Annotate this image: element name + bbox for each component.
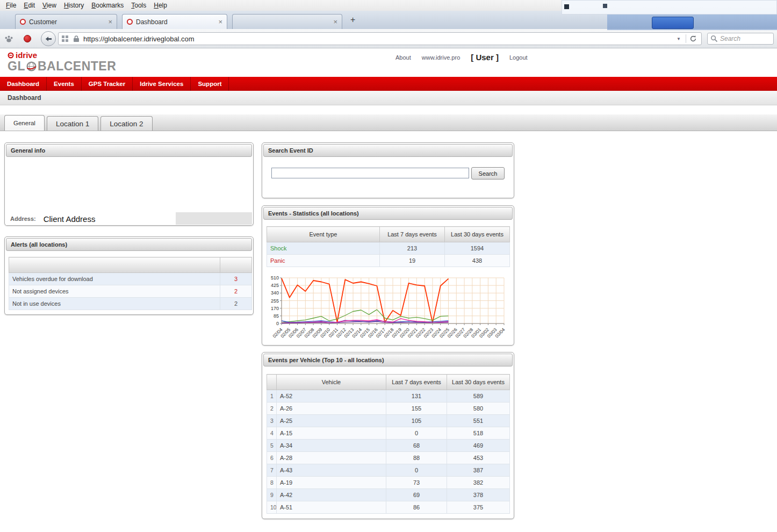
address-field[interactable]: [176, 212, 252, 225]
last30-cell: 375: [447, 501, 510, 514]
events-statistics-panel: Events - Statistics (all locations) Even…: [262, 205, 514, 346]
alerts-table: Vehicles overdue for download3Not assign…: [9, 257, 252, 310]
last7-cell: 0: [386, 464, 447, 477]
menu-help[interactable]: Help: [150, 1, 171, 10]
tabs-container: Customer×Dashboard××: [15, 14, 342, 29]
vehicles-header-rank: [267, 375, 277, 390]
page-tab-general[interactable]: General: [4, 115, 45, 131]
vehicles-header-last-7-days-events: Last 7 days events: [386, 375, 447, 390]
navigation-toolbar: https://globalcenter.idriveglobal.com ▼: [0, 29, 777, 48]
new-tab-button[interactable]: +: [350, 15, 355, 25]
stats-header-last-30-days-events: Last 30 days events: [445, 227, 510, 242]
paw-extension-icon[interactable]: [4, 34, 13, 45]
page-tab-location-2[interactable]: Location 2: [100, 116, 152, 131]
svg-text:340: 340: [271, 290, 279, 296]
search-event-title: Search Event ID: [263, 144, 513, 157]
stats-header-last-7-days-events: Last 7 days events: [380, 227, 445, 242]
page-tab-location-1[interactable]: Location 1: [47, 116, 98, 131]
alert-label-cell: Vehicles overdue for download: [9, 273, 220, 285]
alert-value-cell: 2: [220, 298, 252, 310]
rank-cell: 3: [267, 415, 277, 427]
tab-bar: Customer×Dashboard×× +: [0, 11, 777, 29]
last7-cell: 69: [386, 489, 447, 501]
site-favicon: [127, 19, 133, 25]
menu-bar: FileEditViewHistoryBookmarksToolsHelp: [0, 0, 777, 11]
last30-cell: 453: [447, 452, 510, 464]
stats-header-event-type: Event type: [267, 227, 380, 242]
site-identity-icon: [62, 35, 68, 42]
search-button[interactable]: Search: [471, 167, 505, 179]
alert-value-cell: 3: [220, 273, 252, 285]
lock-icon: [73, 35, 80, 42]
logo[interactable]: idrive GL BALCENTER: [8, 51, 116, 73]
search-icon: [710, 35, 718, 42]
vehicle-row: 1A-52131589: [267, 390, 510, 402]
menu-bookmarks[interactable]: Bookmarks: [88, 1, 127, 10]
logo-idrive: idrive: [8, 51, 116, 60]
nav-gps-tracker[interactable]: GPS Tracker: [82, 77, 133, 91]
general-info-title: General info: [6, 144, 252, 157]
vehicle-row: 5A-3468469: [267, 440, 510, 452]
header-link-about[interactable]: About: [395, 54, 411, 61]
menu-edit[interactable]: Edit: [20, 1, 39, 10]
last30-cell: 378: [447, 489, 510, 501]
events-per-vehicle-table: VehicleLast 7 days eventsLast 30 days ev…: [267, 374, 510, 514]
alerts-panel: Alerts (all locations) Vehicles overdue …: [4, 236, 254, 315]
globe-icon: [26, 61, 37, 72]
alert-label-cell: Not in use devices: [9, 298, 220, 310]
menu-file[interactable]: File: [2, 1, 20, 10]
vehicle-row: 8A-1973382: [267, 477, 510, 489]
tab-close-icon[interactable]: ×: [108, 18, 112, 25]
nav-idrive-services[interactable]: Idrive Services: [133, 77, 191, 91]
menu-view[interactable]: View: [39, 1, 60, 10]
search-event-panel: Search Event ID Search: [262, 142, 514, 198]
menu-history[interactable]: History: [60, 1, 88, 10]
svg-text:170: 170: [271, 306, 279, 311]
nav-dashboard[interactable]: Dashboard: [0, 77, 47, 91]
nav-support[interactable]: Support: [191, 77, 229, 91]
rank-cell: 2: [267, 402, 277, 415]
events-statistics-title: Events - Statistics (all locations): [263, 207, 513, 220]
alerts-header-value: [220, 257, 252, 273]
browser-tab-3[interactable]: ×: [232, 14, 342, 29]
rank-cell: 5: [267, 440, 277, 452]
rank-cell: 8: [267, 477, 277, 489]
header-link-logout[interactable]: Logout: [509, 54, 528, 61]
browser-tab-2[interactable]: Dashboard×: [122, 14, 227, 29]
tab-close-icon[interactable]: ×: [218, 18, 222, 25]
tab-title: Customer: [29, 18, 104, 26]
record-icon[interactable]: [24, 35, 31, 42]
breadcrumb: Dashboard: [0, 91, 777, 105]
browser-search[interactable]: [707, 33, 774, 45]
reload-icon[interactable]: [688, 35, 698, 42]
last30-cell: 387: [447, 464, 510, 477]
browser-tab-1[interactable]: Customer×: [15, 14, 117, 29]
url-bar[interactable]: https://globalcenter.idriveglobal.com ▼: [58, 32, 702, 45]
logo-gl-text: GL: [8, 60, 25, 73]
event-id-input[interactable]: [271, 168, 469, 178]
rank-cell: 1: [267, 390, 277, 402]
back-button[interactable]: [41, 31, 56, 46]
header-link-user[interactable]: [ User ]: [471, 53, 499, 62]
logo-center-text: BALCENTER: [38, 60, 116, 73]
divider: [686, 34, 686, 43]
last30-cell: 518: [447, 427, 510, 440]
alert-label-cell: Not assigned devices: [9, 285, 220, 298]
tab-close-icon[interactable]: ×: [333, 18, 337, 25]
stats-row: Panic19438: [267, 255, 510, 267]
last30-cell: 1594: [445, 242, 510, 255]
vehicle-cell: A-28: [277, 452, 386, 464]
svg-text:85: 85: [274, 313, 279, 319]
nav-events[interactable]: Events: [47, 77, 82, 91]
menu-tools[interactable]: Tools: [127, 1, 150, 10]
alert-row: Not assigned devices2: [9, 285, 252, 298]
vehicle-cell: A-43: [277, 464, 386, 477]
browser-search-input[interactable]: [720, 35, 771, 42]
alerts-header-label: [9, 257, 220, 273]
header-link-www-idrive-pro[interactable]: www.idrive.pro: [422, 54, 461, 61]
last7-cell: 19: [380, 255, 445, 267]
url-dropdown-icon[interactable]: ▼: [674, 37, 684, 41]
rank-cell: 4: [267, 427, 277, 440]
logo-globalcenter: GL BALCENTER: [8, 60, 116, 73]
url-text[interactable]: https://globalcenter.idriveglobal.com: [83, 35, 674, 43]
